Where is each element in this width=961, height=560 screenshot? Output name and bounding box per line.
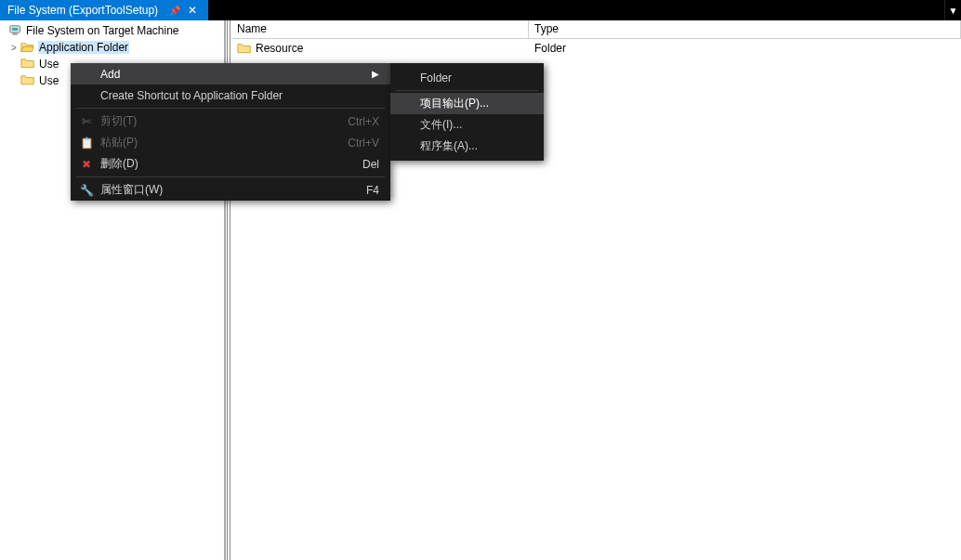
folder-icon (20, 58, 35, 71)
menu-item-paste: 📋 粘贴(P) Ctrl+V (71, 132, 390, 153)
submenu-item-label: 项目输出(P)... (420, 96, 533, 111)
menu-item-shortcut: Del (362, 158, 379, 171)
submenu-item-file[interactable]: 文件(I)... (390, 114, 544, 136)
submenu-item-project-output[interactable]: 项目输出(P)... (390, 93, 544, 114)
pin-icon[interactable]: 📌 (165, 6, 184, 16)
folder-open-icon (20, 41, 35, 54)
chevron-down-icon[interactable]: ▼ (944, 0, 961, 20)
menu-item-label: 粘贴(P) (100, 135, 310, 150)
context-submenu-add: Folder 项目输出(P)... 文件(I)... 程序集(A)... (390, 63, 544, 161)
menu-item-label: Add (100, 68, 362, 81)
menu-item-shortcut: Ctrl+V (348, 137, 379, 150)
column-header-type[interactable]: Type (529, 20, 961, 38)
chevron-right-icon: ▶ (372, 69, 379, 79)
submenu-item-assembly[interactable]: 程序集(A)... (390, 136, 544, 157)
submenu-item-folder[interactable]: Folder (390, 67, 544, 88)
delete-icon: ✖ (78, 158, 95, 171)
scissors-icon: ✄ (78, 115, 95, 128)
svg-rect-2 (13, 33, 18, 35)
wrench-icon: 🔧 (78, 184, 95, 197)
folder-icon (237, 43, 252, 55)
document-tab[interactable]: File System (ExportToolSetup) 📌 ✕ (0, 0, 208, 20)
menu-item-cut: ✄ 剪切(T) Ctrl+X (71, 111, 390, 132)
column-header-name[interactable]: Name (231, 20, 529, 38)
menu-item-shortcut: Ctrl+X (348, 115, 379, 128)
list-item[interactable]: Resource Folder (231, 39, 961, 58)
menu-separator (76, 176, 385, 177)
close-icon[interactable]: ✕ (184, 4, 201, 17)
submenu-item-label: 文件(I)... (420, 117, 533, 133)
context-menu: Add ▶ Create Shortcut to Application Fol… (71, 63, 390, 201)
tree-root-label: File System on Target Machine (26, 24, 179, 37)
document-tab-title: File System (ExportToolSetup) (7, 4, 158, 17)
folder-icon (20, 74, 35, 87)
list-item-type: Folder (529, 42, 961, 55)
expander-icon[interactable]: > (9, 43, 19, 53)
menu-item-create-shortcut[interactable]: Create Shortcut to Application Folder (71, 85, 390, 106)
submenu-item-label: 程序集(A)... (420, 138, 533, 154)
menu-item-properties[interactable]: 🔧 属性窗口(W) F4 (71, 179, 390, 201)
clipboard-icon: 📋 (78, 137, 95, 150)
tree-item-application-folder[interactable]: > Application Folder (0, 39, 224, 56)
menu-item-label: 属性窗口(W) (100, 182, 329, 198)
tree-item-label: Use (38, 58, 59, 71)
menu-item-label: 删除(D) (100, 156, 325, 172)
menu-separator (76, 108, 385, 109)
svg-rect-1 (12, 28, 19, 32)
tree-item-label: Application Folder (38, 41, 129, 54)
menu-separator (396, 90, 538, 91)
title-bar: File System (ExportToolSetup) 📌 ✕ ▼ (0, 0, 961, 20)
computer-icon (9, 25, 22, 36)
menu-item-shortcut: F4 (366, 184, 379, 197)
list-header: Name Type (231, 20, 961, 39)
menu-item-add[interactable]: Add ▶ (71, 63, 390, 85)
menu-item-label: Create Shortcut to Application Folder (100, 89, 379, 102)
tree-root[interactable]: File System on Target Machine (0, 22, 224, 39)
submenu-item-label: Folder (420, 72, 533, 85)
list-item-name: Resource (256, 42, 303, 55)
menu-item-delete[interactable]: ✖ 删除(D) Del (71, 153, 390, 175)
tree-item-label: Use (38, 74, 59, 87)
menu-item-label: 剪切(T) (100, 113, 310, 129)
